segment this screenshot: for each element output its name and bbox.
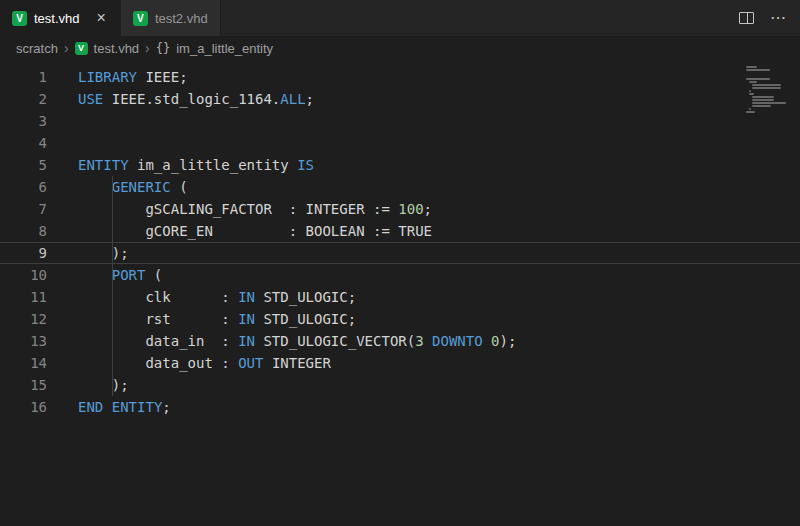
code-line-3[interactable]: 3 bbox=[0, 110, 800, 132]
code-text: data_in : IN STD_ULOGIC_VECTOR(3 DOWNTO … bbox=[62, 330, 516, 352]
symbol-braces-icon: {} bbox=[156, 41, 170, 55]
line-number[interactable]: 5 bbox=[0, 154, 62, 176]
code-text: gCORE_EN : BOOLEAN := TRUE bbox=[62, 220, 432, 242]
vhdl-file-icon: V bbox=[75, 42, 88, 55]
line-number[interactable]: 15 bbox=[0, 374, 62, 396]
code-text: clk : IN STD_ULOGIC; bbox=[62, 286, 356, 308]
line-number[interactable]: 2 bbox=[0, 88, 62, 110]
code-line-5[interactable]: 5ENTITY im_a_little_entity IS bbox=[0, 154, 800, 176]
line-number[interactable]: 10 bbox=[0, 264, 62, 286]
tab-label: test2.vhd bbox=[155, 11, 208, 26]
code-text: gSCALING_FACTOR : INTEGER := 100; bbox=[62, 198, 432, 220]
line-number[interactable]: 4 bbox=[0, 132, 62, 154]
line-number[interactable]: 12 bbox=[0, 308, 62, 330]
code-line-10[interactable]: 10 PORT ( bbox=[0, 264, 800, 286]
line-number[interactable]: 7 bbox=[0, 198, 62, 220]
split-editor-icon[interactable] bbox=[739, 12, 754, 24]
code-line-9[interactable]: 9 ); bbox=[0, 242, 800, 264]
code-text bbox=[62, 110, 78, 132]
minimap[interactable] bbox=[746, 66, 790, 114]
code-line-14[interactable]: 14 data_out : OUT INTEGER bbox=[0, 352, 800, 374]
code-line-16[interactable]: 16END ENTITY; bbox=[0, 396, 800, 418]
code-text: END ENTITY; bbox=[62, 396, 171, 418]
code-editor: 1LIBRARY IEEE;2USE IEEE.std_logic_1164.A… bbox=[0, 60, 800, 526]
vhdl-file-icon: V bbox=[133, 11, 148, 26]
line-number[interactable]: 6 bbox=[0, 176, 62, 198]
tab-test-vhd[interactable]: V test.vhd × bbox=[0, 0, 121, 36]
code-text: ); bbox=[62, 374, 129, 396]
breadcrumb-item-file[interactable]: test.vhd bbox=[94, 41, 140, 56]
more-actions-icon[interactable]: ⋯ bbox=[770, 12, 786, 24]
chevron-right-icon: › bbox=[145, 40, 150, 56]
editor-window: V test.vhd × V test2.vhd ⋯ scratch › V t… bbox=[0, 0, 800, 526]
code-line-15[interactable]: 15 ); bbox=[0, 374, 800, 396]
line-number[interactable]: 13 bbox=[0, 330, 62, 352]
code-line-8[interactable]: 8 gCORE_EN : BOOLEAN := TRUE bbox=[0, 220, 800, 242]
chevron-right-icon: › bbox=[64, 40, 69, 56]
code-line-13[interactable]: 13 data_in : IN STD_ULOGIC_VECTOR(3 DOWN… bbox=[0, 330, 800, 352]
tab-label: test.vhd bbox=[34, 11, 80, 26]
tab-bar: V test.vhd × V test2.vhd ⋯ bbox=[0, 0, 800, 36]
code-line-2[interactable]: 2USE IEEE.std_logic_1164.ALL; bbox=[0, 88, 800, 110]
tab-test2-vhd[interactable]: V test2.vhd bbox=[121, 0, 221, 36]
breadcrumb: scratch › V test.vhd › {} im_a_little_en… bbox=[0, 36, 800, 60]
code-line-11[interactable]: 11 clk : IN STD_ULOGIC; bbox=[0, 286, 800, 308]
editor-actions: ⋯ bbox=[725, 0, 800, 36]
line-number[interactable]: 8 bbox=[0, 220, 62, 242]
code-lines: 1LIBRARY IEEE;2USE IEEE.std_logic_1164.A… bbox=[0, 66, 800, 418]
line-number[interactable]: 3 bbox=[0, 110, 62, 132]
breadcrumb-item-folder[interactable]: scratch bbox=[16, 41, 58, 56]
code-text: rst : IN STD_ULOGIC; bbox=[62, 308, 356, 330]
close-icon[interactable]: × bbox=[95, 10, 108, 26]
code-text: LIBRARY IEEE; bbox=[62, 66, 188, 88]
minimap-line bbox=[746, 111, 790, 114]
code-line-7[interactable]: 7 gSCALING_FACTOR : INTEGER := 100; bbox=[0, 198, 800, 220]
code-text: USE IEEE.std_logic_1164.ALL; bbox=[62, 88, 314, 110]
vhdl-file-icon: V bbox=[12, 11, 27, 26]
line-number[interactable]: 9 bbox=[0, 242, 62, 264]
line-number[interactable]: 1 bbox=[0, 66, 62, 88]
line-number[interactable]: 11 bbox=[0, 286, 62, 308]
indent-guide bbox=[112, 176, 113, 396]
code-line-1[interactable]: 1LIBRARY IEEE; bbox=[0, 66, 800, 88]
code-line-6[interactable]: 6 GENERIC ( bbox=[0, 176, 800, 198]
line-number[interactable]: 16 bbox=[0, 396, 62, 418]
code-text: ); bbox=[62, 242, 129, 264]
code-line-12[interactable]: 12 rst : IN STD_ULOGIC; bbox=[0, 308, 800, 330]
line-number[interactable]: 14 bbox=[0, 352, 62, 374]
code-text bbox=[62, 132, 78, 154]
tab-strip-empty bbox=[221, 0, 725, 36]
breadcrumb-item-symbol[interactable]: im_a_little_entity bbox=[176, 41, 273, 56]
code-text: data_out : OUT INTEGER bbox=[62, 352, 331, 374]
code-line-4[interactable]: 4 bbox=[0, 132, 800, 154]
code-text: GENERIC ( bbox=[62, 176, 188, 198]
code-text: ENTITY im_a_little_entity IS bbox=[62, 154, 314, 176]
